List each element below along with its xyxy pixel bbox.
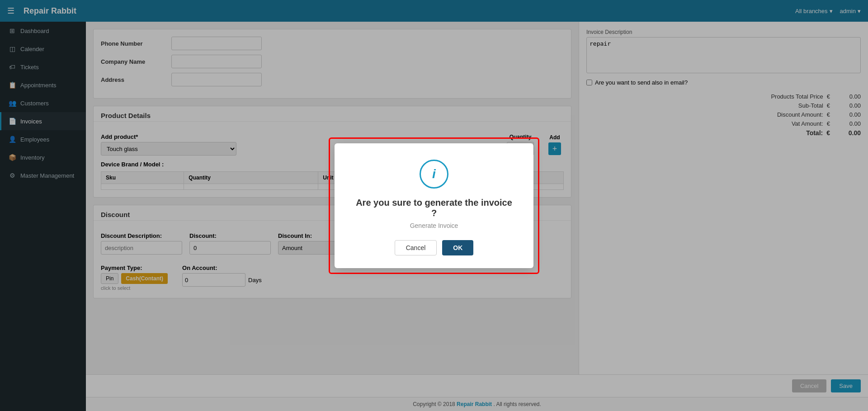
modal-overlay: i Are you sure to generate the invoice ?… (0, 0, 868, 411)
modal-buttons: Cancel OK (353, 240, 515, 255)
modal-box: i Are you sure to generate the invoice ?… (335, 143, 533, 268)
modal-ok-button[interactable]: OK (442, 240, 473, 255)
modal-cancel-button[interactable]: Cancel (395, 240, 437, 255)
modal-subtitle: Generate Invoice (353, 222, 515, 229)
modal-highlight-border: i Are you sure to generate the invoice ?… (329, 137, 539, 274)
modal-info-icon: i (420, 160, 448, 189)
modal-title: Are you sure to generate the invoice ? (353, 198, 515, 218)
